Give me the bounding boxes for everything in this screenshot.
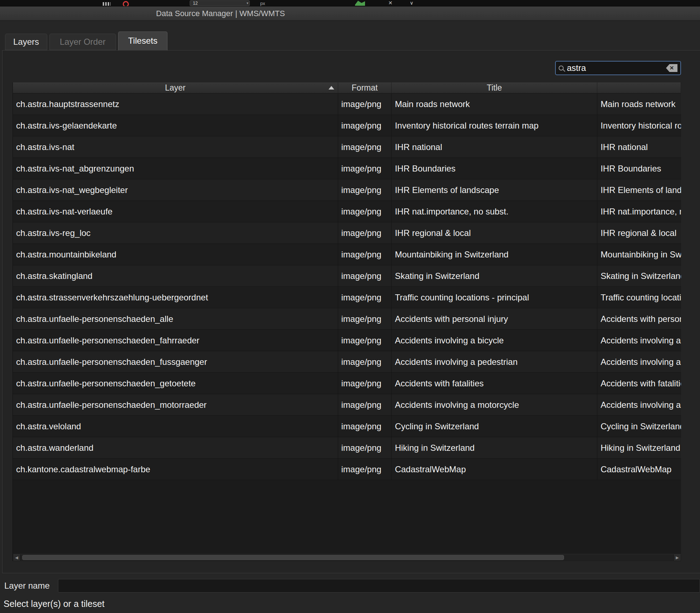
cell-layer[interactable]: ch.astra.ivs-nat bbox=[13, 136, 338, 158]
cell-title[interactable]: IHR Elements of landscape bbox=[392, 179, 597, 201]
cell-title[interactable]: Inventory historical routes terrain map bbox=[392, 115, 597, 136]
cell-title[interactable]: IHR Boundaries bbox=[392, 158, 597, 179]
cell-abstract[interactable]: IHR national bbox=[597, 136, 681, 158]
table-row[interactable]: ch.astra.ivs-nat-verlaeufeimage/pngIHR n… bbox=[13, 201, 681, 222]
cell-title[interactable]: Hiking in Switzerland bbox=[392, 437, 597, 458]
cell-layer[interactable]: ch.astra.ivs-reg_loc bbox=[13, 222, 338, 243]
cell-layer[interactable]: ch.astra.ivs-nat_wegbegleiter bbox=[13, 179, 338, 201]
record-circle-icon[interactable] bbox=[123, 1, 129, 6]
cell-title[interactable]: Mountainbiking in Switzerland bbox=[392, 244, 597, 265]
cell-layer[interactable]: ch.astra.hauptstrassennetz bbox=[13, 93, 338, 115]
cell-format[interactable]: image/png bbox=[338, 351, 392, 372]
cell-abstract[interactable]: IHR nat.importance, no subst. bbox=[597, 201, 681, 222]
table-row[interactable]: ch.astra.mountainbikelandimage/pngMounta… bbox=[13, 244, 681, 265]
cell-title[interactable]: Accidents involving a pedestrian bbox=[392, 351, 597, 372]
cell-layer[interactable]: ch.astra.unfaelle-personenschaeden_getoe… bbox=[13, 373, 338, 394]
cell-format[interactable]: image/png bbox=[338, 437, 392, 458]
table-row[interactable]: ch.astra.unfaelle-personenschaeden_fussg… bbox=[13, 351, 681, 373]
column-header-format[interactable]: Format bbox=[338, 82, 392, 93]
column-header-abstract[interactable] bbox=[597, 82, 681, 93]
cell-format[interactable]: image/png bbox=[338, 373, 392, 394]
cell-abstract[interactable]: Hiking in Switzerland bbox=[597, 437, 681, 458]
cell-layer[interactable]: ch.astra.wanderland bbox=[13, 437, 338, 458]
cell-title[interactable]: Accidents involving a bicycle bbox=[392, 330, 597, 351]
cell-abstract[interactable]: Inventory historical routes terrain map bbox=[597, 115, 681, 136]
cell-abstract[interactable]: Accidents with personal injury bbox=[597, 308, 681, 329]
layer-name-input[interactable] bbox=[58, 579, 700, 593]
cell-format[interactable]: image/png bbox=[338, 394, 392, 415]
table-row[interactable]: ch.astra.skatinglandimage/pngSkating in … bbox=[13, 265, 681, 287]
cell-abstract[interactable]: Cycling in Switzerland bbox=[597, 416, 681, 437]
cell-format[interactable]: image/png bbox=[338, 179, 392, 201]
column-header-layer[interactable]: Layer bbox=[13, 82, 338, 93]
cell-title[interactable]: Accidents with fatalities bbox=[392, 373, 597, 394]
cell-title[interactable]: IHR regional & local bbox=[392, 222, 597, 243]
table-row[interactable]: ch.astra.velolandimage/pngCycling in Swi… bbox=[13, 416, 681, 437]
cell-format[interactable]: image/png bbox=[338, 115, 392, 136]
clear-search-icon[interactable]: ✕ bbox=[666, 64, 677, 72]
search-input[interactable] bbox=[567, 63, 663, 73]
cell-format[interactable]: image/png bbox=[338, 93, 392, 115]
cell-abstract[interactable]: Accidents involving a motorcycle bbox=[597, 394, 681, 415]
cell-title[interactable]: Accidents with personal injury bbox=[392, 308, 597, 329]
cell-abstract[interactable]: Accidents involving a bicycle bbox=[597, 330, 681, 351]
scroll-right-icon[interactable]: ▶ bbox=[674, 554, 681, 561]
cell-layer[interactable]: ch.astra.unfaelle-personenschaeden_fahrr… bbox=[13, 330, 338, 351]
font-size-combobox[interactable]: 12 ▾ bbox=[190, 0, 250, 6]
table-row[interactable]: ch.kantone.cadastralwebmap-farbeimage/pn… bbox=[13, 459, 681, 480]
cell-format[interactable]: image/png bbox=[338, 330, 392, 351]
cell-format[interactable]: image/png bbox=[338, 158, 392, 179]
table-row[interactable]: ch.astra.hauptstrassennetzimage/pngMain … bbox=[13, 93, 681, 115]
scroll-left-icon[interactable]: ◀ bbox=[13, 554, 20, 561]
vertex-angle-icon[interactable]: ∨ bbox=[410, 0, 413, 6]
sort-ascending-icon[interactable] bbox=[329, 86, 334, 90]
cell-layer[interactable]: ch.astra.mountainbikeland bbox=[13, 244, 338, 265]
cell-format[interactable]: image/png bbox=[338, 222, 392, 243]
cell-title[interactable]: IHR national bbox=[392, 136, 597, 158]
cell-layer[interactable]: ch.astra.ivs-nat_abgrenzungen bbox=[13, 158, 338, 179]
cell-layer[interactable]: ch.kantone.cadastralwebmap-farbe bbox=[13, 459, 338, 480]
cell-abstract[interactable]: Accidents with fatalities bbox=[597, 373, 681, 394]
cell-title[interactable]: IHR nat.importance, no subst. bbox=[392, 201, 597, 222]
cell-abstract[interactable]: Mountainbiking in Switzerland bbox=[597, 244, 681, 265]
cell-format[interactable]: image/png bbox=[338, 459, 392, 480]
cell-title[interactable]: Main roads network bbox=[392, 93, 597, 115]
cell-format[interactable]: image/png bbox=[338, 308, 392, 329]
table-row[interactable]: ch.astra.ivs-reg_locimage/pngIHR regiona… bbox=[13, 222, 681, 244]
cell-abstract[interactable]: Accidents involving a pedestrian bbox=[597, 351, 681, 372]
cell-title[interactable]: Accidents involving a motorcycle bbox=[392, 394, 597, 415]
cell-layer[interactable]: ch.astra.unfaelle-personenschaeden_motor… bbox=[13, 394, 338, 415]
cell-abstract[interactable]: Main roads network bbox=[597, 93, 681, 115]
table-row[interactable]: ch.astra.wanderlandimage/pngHiking in Sw… bbox=[13, 437, 681, 459]
cell-layer[interactable]: ch.astra.ivs-gelaendekarte bbox=[13, 115, 338, 136]
cell-format[interactable]: image/png bbox=[338, 201, 392, 222]
cell-layer[interactable]: ch.astra.skatingland bbox=[13, 265, 338, 286]
table-row[interactable]: ch.astra.unfaelle-personenschaeden_motor… bbox=[13, 394, 681, 416]
cell-abstract[interactable]: CadastralWebMap bbox=[597, 459, 681, 480]
map-feature-icon[interactable] bbox=[355, 1, 365, 6]
horizontal-scrollbar[interactable]: ◀ ▶ bbox=[13, 554, 681, 561]
cell-title[interactable]: Traffic counting locations - principal bbox=[392, 287, 597, 308]
cell-abstract[interactable]: Skating in Switzerland bbox=[597, 265, 681, 286]
cell-abstract[interactable]: Traffic counting locations - principal bbox=[597, 287, 681, 308]
scrollbar-thumb[interactable] bbox=[22, 555, 564, 560]
table-row[interactable]: ch.astra.unfaelle-personenschaeden_fahrr… bbox=[13, 330, 681, 351]
cell-layer[interactable]: ch.astra.strassenverkehrszaehlung-ueberg… bbox=[13, 287, 338, 308]
tab-tilesets[interactable]: Tilesets bbox=[118, 32, 167, 50]
search-box[interactable]: ✕ bbox=[555, 61, 681, 75]
cell-format[interactable]: image/png bbox=[338, 136, 392, 158]
cell-layer[interactable]: ch.astra.unfaelle-personenschaeden_fussg… bbox=[13, 351, 338, 372]
cell-format[interactable]: image/png bbox=[338, 244, 392, 265]
cell-format[interactable]: image/png bbox=[338, 265, 392, 286]
table-row[interactable]: ch.astra.strassenverkehrszaehlung-ueberg… bbox=[13, 287, 681, 308]
cell-title[interactable]: CadastralWebMap bbox=[392, 459, 597, 480]
table-row[interactable]: ch.astra.unfaelle-personenschaeden_getoe… bbox=[13, 373, 681, 394]
cell-abstract[interactable]: IHR Boundaries bbox=[597, 158, 681, 179]
table-grid-icon[interactable] bbox=[103, 2, 111, 6]
tab-layers[interactable]: Layers bbox=[5, 34, 47, 50]
cell-title[interactable]: Skating in Switzerland bbox=[392, 265, 597, 286]
cell-format[interactable]: image/png bbox=[338, 287, 392, 308]
cell-title[interactable]: Cycling in Switzerland bbox=[392, 416, 597, 437]
table-row[interactable]: ch.astra.unfaelle-personenschaeden_allei… bbox=[13, 308, 681, 330]
cell-abstract[interactable]: IHR Elements of landscape bbox=[597, 179, 681, 201]
